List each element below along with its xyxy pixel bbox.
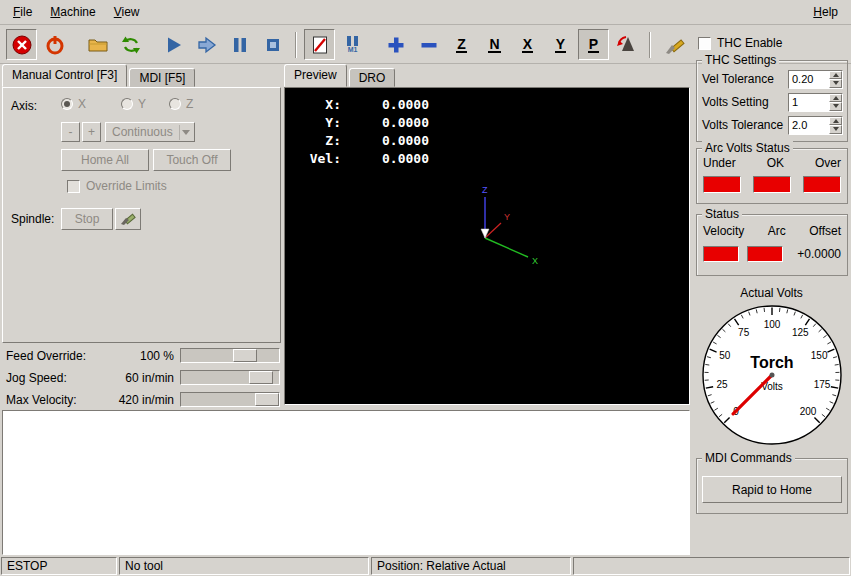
spindle-stop-button[interactable]: Stop	[61, 208, 113, 230]
rotate-cone-icon	[616, 34, 638, 56]
statusbar-estop-cell: ESTOP	[1, 557, 117, 575]
estop-icon	[11, 34, 33, 56]
arc-volts-labels: Under OK Over	[703, 156, 841, 170]
spin-up-button[interactable]	[829, 94, 842, 103]
tab-mdi[interactable]: MDI [F5]	[129, 68, 195, 87]
svg-text:25: 25	[716, 379, 728, 390]
feed-override-value: 100 %	[98, 349, 174, 363]
vel-tolerance-row: Vel Tolerance 0.20	[702, 69, 843, 89]
zoom-out-button[interactable]	[413, 29, 444, 60]
svg-text:150: 150	[811, 350, 828, 361]
vel-tolerance-value[interactable]: 0.20	[789, 71, 829, 88]
tab-dro[interactable]: DRO	[349, 68, 396, 87]
svg-text:100: 100	[764, 319, 781, 330]
dro-vel-label: Vel:	[295, 150, 341, 168]
jog-plus-button[interactable]: +	[82, 122, 101, 142]
stop-icon	[262, 34, 284, 56]
zoom-in-button[interactable]	[380, 29, 411, 60]
dro-x-label: X:	[295, 96, 341, 114]
run-button[interactable]	[158, 29, 189, 60]
axis-x-letter: X	[532, 256, 538, 266]
jog-mode-value: Continuous	[106, 125, 179, 139]
optional-stop-button[interactable]: M1	[337, 29, 368, 60]
reload-button[interactable]	[115, 29, 146, 60]
jog-speed-handle[interactable]	[249, 371, 273, 384]
actual-volts-label: Actual Volts	[694, 286, 849, 300]
volts-tolerance-spinner[interactable]: 2.0	[788, 116, 843, 135]
step-button[interactable]	[191, 29, 222, 60]
spin-down-icon	[833, 104, 839, 108]
tab-manual-control[interactable]: Manual Control [F3]	[2, 64, 127, 87]
preview-canvas[interactable]: X: 0.0000 Y: 0.0000 Z: 0.0000 Vel: 0.000…	[284, 87, 690, 405]
estop-button[interactable]	[6, 29, 37, 60]
max-velocity-value: 420 in/min	[98, 393, 174, 407]
axis-z-radio[interactable]: Z	[169, 97, 193, 111]
message-output-area[interactable]	[2, 410, 690, 555]
rotate-view-button[interactable]	[611, 29, 642, 60]
vel-tolerance-spinner[interactable]: 0.20	[788, 70, 843, 89]
thc-enable-label: THC Enable	[717, 36, 782, 50]
preview-panel: Preview DRO X: 0.0000 Y: 0.0000 Z: 0.000…	[284, 64, 690, 406]
override-limits-box	[67, 180, 80, 193]
jog-speed-slider[interactable]	[180, 370, 280, 385]
spin-up-button[interactable]	[829, 117, 842, 126]
axis-x-radio[interactable]: X	[61, 97, 86, 111]
jog-mode-combo[interactable]: Continuous	[105, 122, 195, 142]
max-velocity-handle[interactable]	[255, 393, 279, 406]
machine-power-button[interactable]	[39, 29, 70, 60]
svg-text:125: 125	[792, 327, 809, 338]
axis-y-radio[interactable]: Y	[121, 97, 146, 111]
velocity-label: Velocity	[703, 224, 744, 238]
manual-panel: Manual Control [F3] MDI [F5] Axis: X Y Z…	[2, 64, 281, 409]
thc-enable-checkbox[interactable]: THC Enable	[698, 36, 782, 50]
dro-y-label: Y:	[295, 114, 341, 132]
override-limits-label: Override Limits	[86, 179, 167, 193]
menu-view[interactable]: View	[105, 1, 149, 23]
spin-down-button[interactable]	[829, 125, 842, 134]
view-z-icon: Z	[456, 37, 467, 53]
view-z2-button[interactable]: N	[479, 29, 510, 60]
view-x-icon: X	[522, 37, 533, 53]
max-velocity-slider[interactable]	[180, 392, 280, 407]
view-y-button[interactable]: Y	[545, 29, 576, 60]
pause-button[interactable]	[224, 29, 255, 60]
volts-setting-spinner[interactable]: 1	[788, 93, 843, 112]
spin-up-icon	[833, 73, 839, 77]
axis-y-letter: Y	[504, 212, 510, 222]
home-all-button[interactable]: Home All	[61, 149, 149, 171]
view-x-button[interactable]: X	[512, 29, 543, 60]
open-file-button[interactable]	[82, 29, 113, 60]
clear-plot-button[interactable]	[658, 29, 689, 60]
axis-y-radio-label: Y	[138, 97, 146, 111]
spin-down-icon	[833, 127, 839, 131]
toggle-skip-lines-button[interactable]	[304, 29, 335, 60]
feed-override-handle[interactable]	[233, 349, 257, 362]
volts-setting-value[interactable]: 1	[789, 94, 829, 111]
under-lamp	[703, 176, 741, 193]
radio-y-circle	[121, 98, 133, 110]
view-perspective-button[interactable]: P	[578, 29, 609, 60]
touch-off-button[interactable]: Touch Off	[153, 149, 231, 171]
rapid-to-home-button[interactable]: Rapid to Home	[702, 476, 842, 503]
over-label: Over	[815, 156, 841, 170]
menu-help[interactable]: Help	[804, 1, 847, 23]
spin-down-button[interactable]	[829, 79, 842, 88]
tab-preview[interactable]: Preview	[284, 64, 347, 87]
spindle-adjust-button[interactable]	[115, 208, 141, 230]
menu-machine[interactable]: Machine	[41, 1, 104, 23]
spin-up-button[interactable]	[829, 71, 842, 80]
feed-override-label: Feed Override:	[6, 349, 86, 363]
override-limits-checkbox[interactable]: Override Limits	[67, 179, 167, 193]
dro-line-x: X: 0.0000	[295, 96, 429, 114]
ok-label: OK	[767, 156, 784, 170]
stop-button[interactable]	[257, 29, 288, 60]
jog-minus-button[interactable]: -	[61, 122, 80, 142]
feed-override-slider[interactable]	[180, 348, 280, 363]
volts-tolerance-value[interactable]: 2.0	[789, 117, 829, 134]
spin-down-button[interactable]	[829, 102, 842, 111]
spin-buttons	[829, 71, 842, 88]
menu-file[interactable]: File	[4, 1, 41, 23]
max-velocity-label: Max Velocity:	[6, 393, 77, 407]
offset-value: +0.0000	[791, 247, 841, 261]
view-z-button[interactable]: Z	[446, 29, 477, 60]
